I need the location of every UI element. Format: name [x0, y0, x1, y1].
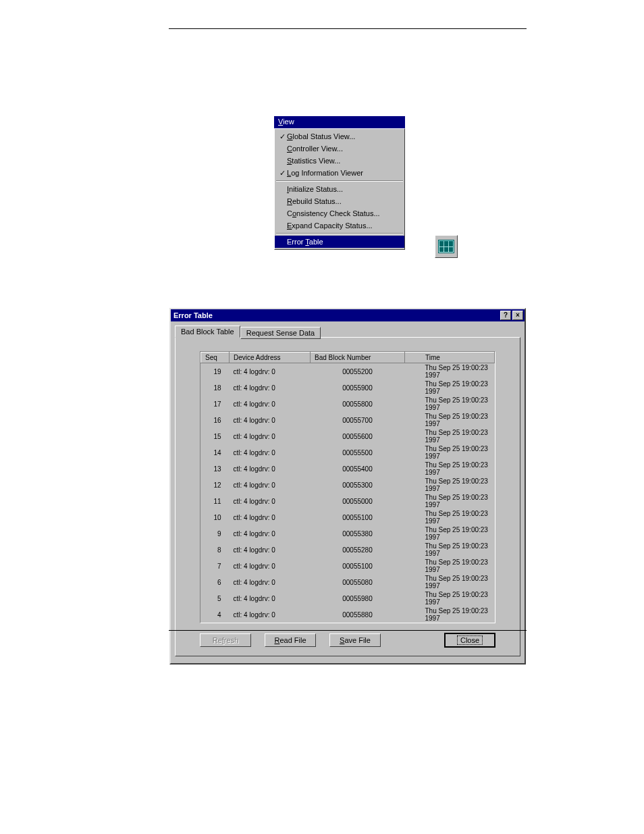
cell-seq: 18 — [201, 380, 230, 396]
table-row[interactable]: 8ctl: 4 logdrv: 000055280Thu Sep 25 19:0… — [201, 542, 495, 558]
refresh-button: Refresh — [200, 633, 251, 647]
table-row[interactable]: 10ctl: 4 logdrv: 000055100Thu Sep 25 19:… — [201, 509, 495, 525]
error-table-toolbar-button[interactable] — [435, 235, 458, 258]
save-file-button[interactable]: Save File — [329, 633, 381, 647]
cell-seq: 17 — [201, 396, 230, 412]
cell-device-address: ctl: 4 logdrv: 0 — [230, 574, 311, 590]
dialog-button-row: Refresh Read File Save File Close — [184, 633, 512, 648]
cell-device-address: ctl: 4 logdrv: 0 — [230, 363, 311, 380]
cell-time: Thu Sep 25 19:00:23 1997 — [405, 525, 495, 542]
view-menu: View ✓Global Status View...Controller Vi… — [274, 116, 405, 250]
cell-bad-block-number: 00055300 — [311, 477, 405, 493]
col-header-bad-block-number[interactable]: Bad Block Number — [311, 353, 405, 363]
table-row[interactable]: 6ctl: 4 logdrv: 000055080Thu Sep 25 19:0… — [201, 574, 495, 590]
menu-item-label: Error Table — [287, 238, 323, 246]
cell-seq: 9 — [201, 525, 230, 542]
cell-device-address: ctl: 4 logdrv: 0 — [230, 444, 311, 461]
cell-device-address: ctl: 4 logdrv: 0 — [230, 525, 311, 542]
cell-device-address: ctl: 4 logdrv: 0 — [230, 542, 311, 558]
menu-item-label: Consistency Check Status... — [287, 209, 380, 217]
help-button[interactable]: ? — [500, 311, 511, 320]
table-row[interactable]: 16ctl: 4 logdrv: 000055700Thu Sep 25 19:… — [201, 412, 495, 428]
cell-time: Thu Sep 25 19:00:23 1997 — [405, 444, 495, 461]
cell-time: Thu Sep 25 19:00:23 1997 — [405, 461, 495, 477]
dialog-titlebar[interactable]: Error Table ? × — [171, 309, 525, 321]
cell-device-address: ctl: 4 logdrv: 0 — [230, 493, 311, 509]
menu-item-label: Rebuild Status... — [287, 197, 342, 205]
read-file-button[interactable]: Read File — [265, 633, 316, 647]
menu-item-error-table[interactable]: Error Table — [275, 236, 404, 248]
cell-seq: 10 — [201, 509, 230, 525]
cell-bad-block-number: 00055600 — [311, 428, 405, 444]
cell-time: Thu Sep 25 19:00:23 1997 — [405, 428, 495, 444]
col-header-time[interactable]: Time — [405, 353, 495, 363]
cell-time: Thu Sep 25 19:00:23 1997 — [405, 363, 495, 380]
cell-bad-block-number: 00055980 — [311, 590, 405, 606]
menu-item-expand-capacity-status[interactable]: Expand Capacity Status... — [275, 219, 404, 232]
menu-item-label: Controller View... — [287, 145, 343, 153]
check-icon: ✓ — [277, 169, 287, 178]
menu-item-statistics-view[interactable]: Statistics View... — [275, 155, 404, 167]
table-row[interactable]: 11ctl: 4 logdrv: 000055000Thu Sep 25 19:… — [201, 493, 495, 509]
cell-time: Thu Sep 25 19:00:23 1997 — [405, 558, 495, 574]
menu-item-global-status-view[interactable]: ✓Global Status View... — [275, 130, 404, 142]
menu-item-label: Log Information Viewer — [287, 169, 363, 177]
table-row[interactable]: 19ctl: 4 logdrv: 000055200Thu Sep 25 19:… — [201, 363, 495, 380]
menu-item-label: Global Status View... — [287, 132, 355, 140]
cell-bad-block-number: 00055500 — [311, 444, 405, 461]
table-row[interactable]: 13ctl: 4 logdrv: 000055400Thu Sep 25 19:… — [201, 461, 495, 477]
cell-seq: 5 — [201, 590, 230, 606]
close-button[interactable]: × — [512, 311, 523, 320]
menu-item-initialize-status[interactable]: Initialize Status... — [275, 183, 404, 195]
cell-seq: 4 — [201, 606, 230, 623]
cell-device-address: ctl: 4 logdrv: 0 — [230, 558, 311, 574]
cell-seq: 13 — [201, 461, 230, 477]
menu-item-consistency-check-status[interactable]: Consistency Check Status... — [275, 207, 404, 219]
cell-bad-block-number: 00055200 — [311, 363, 405, 380]
cell-bad-block-number: 00055400 — [311, 461, 405, 477]
col-header-device-address[interactable]: Device Address — [230, 353, 311, 363]
cell-device-address: ctl: 4 logdrv: 0 — [230, 477, 311, 493]
tab-request-sense-data[interactable]: Request Sense Data — [240, 327, 321, 339]
close-dialog-button[interactable]: Close — [444, 633, 495, 648]
table-row[interactable]: 12ctl: 4 logdrv: 000055300Thu Sep 25 19:… — [201, 477, 495, 493]
cell-bad-block-number: 00055800 — [311, 396, 405, 412]
table-row[interactable]: 15ctl: 4 logdrv: 000055600Thu Sep 25 19:… — [201, 428, 495, 444]
cell-seq: 7 — [201, 558, 230, 574]
error-table-dialog: Error Table ? × Bad Block Table Request … — [169, 308, 526, 664]
cell-device-address: ctl: 4 logdrv: 0 — [230, 380, 311, 396]
menu-item-log-information-viewer[interactable]: ✓Log Information Viewer — [275, 167, 404, 179]
view-menu-title[interactable]: View — [274, 116, 405, 128]
cell-device-address: ctl: 4 logdrv: 0 — [230, 461, 311, 477]
table-row[interactable]: 5ctl: 4 logdrv: 000055980Thu Sep 25 19:0… — [201, 590, 495, 606]
cell-time: Thu Sep 25 19:00:23 1997 — [405, 542, 495, 558]
view-menu-title-text: iew — [283, 118, 294, 126]
menu-item-rebuild-status[interactable]: Rebuild Status... — [275, 195, 404, 207]
cell-device-address: ctl: 4 logdrv: 0 — [230, 396, 311, 412]
grid-icon — [438, 240, 454, 253]
page-divider-bottom — [169, 630, 527, 631]
col-header-seq[interactable]: Seq — [201, 353, 230, 363]
cell-time: Thu Sep 25 19:00:23 1997 — [405, 590, 495, 606]
cell-time: Thu Sep 25 19:00:23 1997 — [405, 509, 495, 525]
table-row[interactable]: 17ctl: 4 logdrv: 000055800Thu Sep 25 19:… — [201, 396, 495, 412]
cell-seq: 12 — [201, 477, 230, 493]
cell-time: Thu Sep 25 19:00:23 1997 — [405, 412, 495, 428]
table-row[interactable]: 14ctl: 4 logdrv: 000055500Thu Sep 25 19:… — [201, 444, 495, 461]
close-button-label: Close — [457, 635, 483, 645]
cell-seq: 16 — [201, 412, 230, 428]
cell-bad-block-number: 00055000 — [311, 493, 405, 509]
tab-label: Request Sense Data — [246, 329, 315, 337]
cell-seq: 6 — [201, 574, 230, 590]
table-row[interactable]: 4ctl: 4 logdrv: 000055880Thu Sep 25 19:0… — [201, 606, 495, 623]
cell-bad-block-number: 00055100 — [311, 509, 405, 525]
table-row[interactable]: 18ctl: 4 logdrv: 000055900Thu Sep 25 19:… — [201, 380, 495, 396]
cell-time: Thu Sep 25 19:00:23 1997 — [405, 396, 495, 412]
menu-item-controller-view[interactable]: Controller View... — [275, 142, 404, 155]
cell-time: Thu Sep 25 19:00:23 1997 — [405, 477, 495, 493]
table-row[interactable]: 9ctl: 4 logdrv: 000055380Thu Sep 25 19:0… — [201, 525, 495, 542]
tab-bad-block-table[interactable]: Bad Block Table — [175, 325, 240, 338]
page-divider-top — [169, 28, 527, 29]
table-row[interactable]: 7ctl: 4 logdrv: 000055100Thu Sep 25 19:0… — [201, 558, 495, 574]
cell-seq: 19 — [201, 363, 230, 380]
